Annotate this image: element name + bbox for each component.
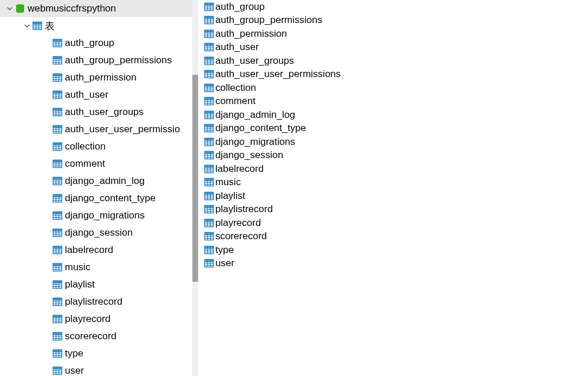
tree-item-table[interactable]: django_admin_log (0, 172, 198, 190)
list-item-table[interactable]: playlistrecord (198, 203, 588, 217)
table-icon (52, 245, 63, 255)
tree-item-label: labelrecord (65, 244, 113, 256)
list-item-label: auth_user_groups (215, 55, 294, 67)
table-icon (52, 279, 63, 290)
list-item-table[interactable]: auth_group_permissions (198, 14, 588, 28)
tree-item-label: django_migrations (65, 210, 145, 221)
tree-item-table[interactable]: comment (0, 155, 198, 172)
tree-item-table[interactable]: auth_group_permissions (0, 52, 198, 69)
table-icon (204, 15, 214, 25)
list-item-label: scorerecord (215, 231, 267, 242)
svg-rect-183 (205, 125, 214, 127)
tree-item-label: scorerecord (65, 331, 117, 342)
tree-item-table[interactable]: scorerecord (0, 328, 198, 345)
svg-rect-33 (53, 109, 62, 111)
table-icon (52, 228, 63, 238)
tree-item-table[interactable]: playlist (0, 276, 198, 293)
tree-item-table[interactable]: playrecord (0, 310, 198, 328)
list-item-table[interactable]: django_migrations (198, 135, 588, 149)
list-item-table[interactable]: collection (198, 81, 588, 95)
tree-item-label: playrecord (65, 313, 110, 325)
svg-rect-3 (33, 22, 42, 25)
list-item-table[interactable]: labelrecord (198, 162, 588, 176)
tree-item-table[interactable]: django_session (0, 224, 198, 241)
list-item-table[interactable]: comment (198, 95, 588, 109)
scrollbar-thumb[interactable] (192, 75, 198, 282)
tree-item-table[interactable]: auth_user_groups (0, 103, 198, 121)
list-item-table[interactable]: auth_user_user_permissions (198, 68, 588, 82)
list-item-label: django_session (215, 149, 283, 161)
list-item-table[interactable]: auth_user (198, 41, 588, 55)
svg-rect-171 (205, 98, 214, 100)
table-icon (52, 193, 63, 204)
tree-item-label: auth_permission (65, 72, 137, 83)
list-item-label: user (215, 258, 234, 269)
svg-rect-177 (205, 111, 214, 113)
svg-rect-57 (53, 178, 62, 180)
table-icon (52, 262, 63, 273)
list-item-label: django_migrations (215, 136, 295, 148)
table-icon (52, 210, 63, 221)
table-icon (204, 177, 214, 187)
list-item-table[interactable]: django_admin_log (198, 108, 588, 122)
tree-item-table[interactable]: auth_user (0, 86, 198, 103)
svg-rect-111 (53, 333, 62, 335)
table-icon (52, 176, 63, 186)
tree-item-table[interactable]: playlistrecord (0, 293, 198, 310)
list-item-table[interactable]: django_session (198, 149, 588, 163)
svg-rect-225 (205, 219, 214, 221)
list-item-table[interactable]: django_content_type (198, 122, 588, 136)
list-item-table[interactable]: user (198, 257, 588, 271)
list-item-table[interactable]: playlist (198, 189, 588, 203)
tree-item-database[interactable]: webmusiccfrspython (0, 0, 198, 17)
tree-item-label: 表 (45, 20, 55, 33)
list-item-table[interactable]: playrecord (198, 216, 588, 230)
table-icon (204, 218, 214, 228)
tree-item-table[interactable]: labelrecord (0, 241, 198, 259)
tree-item-label: django_session (65, 227, 133, 239)
table-icon (52, 72, 63, 83)
tree-item-table[interactable]: django_content_type (0, 190, 198, 207)
list-item-table[interactable]: scorerecord (198, 230, 588, 244)
chevron-down-icon[interactable] (23, 22, 31, 30)
database-tree-panel: webmusiccfrspython 表 auth_group (0, 0, 198, 376)
list-item-table[interactable]: auth_permission (198, 27, 588, 41)
svg-rect-165 (205, 84, 214, 86)
tree-item-table[interactable]: music (0, 259, 198, 276)
list-item-table[interactable]: auth_user_groups (198, 54, 588, 68)
tree-item-table[interactable]: auth_user_user_permissio (0, 121, 198, 138)
svg-rect-69 (53, 212, 62, 214)
table-icon (52, 55, 63, 66)
tree-item-table[interactable]: auth_group (0, 34, 198, 52)
tree-item-table[interactable]: django_migrations (0, 207, 198, 224)
svg-rect-195 (205, 152, 214, 154)
table-icon (52, 314, 63, 324)
table-icon (204, 69, 214, 79)
tree-scrollbar[interactable] (192, 0, 198, 376)
svg-rect-81 (53, 247, 62, 249)
tree-item-table[interactable]: auth_permission (0, 69, 198, 86)
list-item-label: playlist (215, 190, 245, 202)
table-icon (204, 42, 214, 52)
list-item-table[interactable]: type (198, 243, 588, 257)
list-item-table[interactable]: music (198, 176, 588, 190)
list-item-label: django_content_type (215, 122, 306, 134)
table-icon (204, 191, 214, 201)
chevron-down-icon[interactable] (6, 5, 14, 13)
svg-rect-45 (53, 143, 62, 145)
svg-rect-201 (205, 165, 214, 167)
list-item-table[interactable]: auth_group (198, 0, 588, 14)
list-item-label: collection (215, 82, 256, 94)
tree-item-tables-folder[interactable]: 表 (0, 17, 198, 34)
table-icon (204, 231, 214, 241)
table-icon (204, 123, 214, 133)
tree-item-table[interactable]: type (0, 345, 198, 362)
table-icon (52, 159, 63, 169)
table-icon (52, 107, 63, 117)
table-icon (204, 56, 214, 66)
svg-rect-75 (53, 229, 62, 232)
svg-rect-87 (53, 264, 62, 266)
tree-item-table[interactable]: collection (0, 138, 198, 155)
tree-item-table[interactable]: user (0, 362, 198, 376)
svg-rect-15 (53, 57, 62, 59)
